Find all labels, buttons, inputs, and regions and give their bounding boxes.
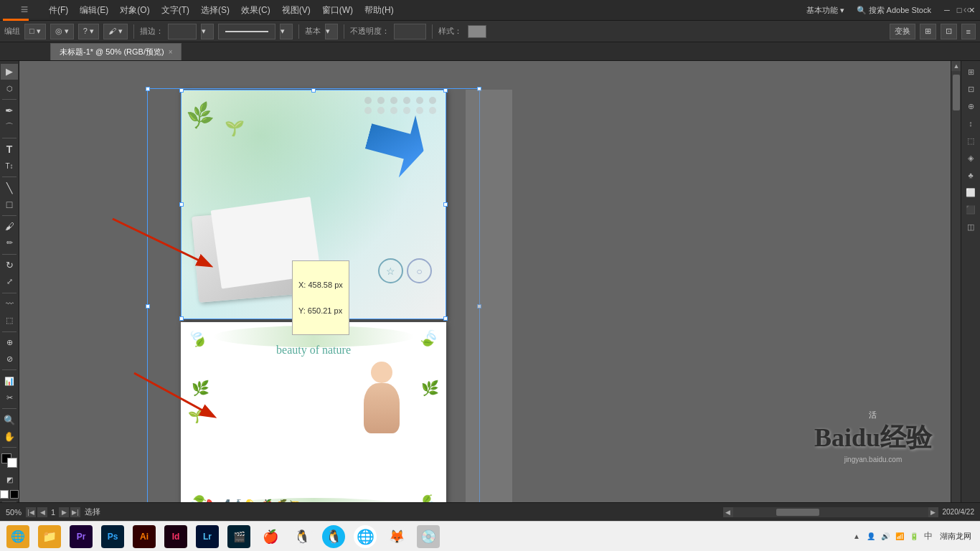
multi-handle-mr[interactable] — [477, 304, 481, 309]
h-scroll-thumb[interactable] — [776, 509, 819, 516]
tool-rotate[interactable]: ↻ — [1, 258, 18, 273]
tool-shape-builder[interactable]: ⊕ — [1, 334, 18, 350]
h-scroll-right[interactable]: ▶ — [928, 507, 938, 517]
tab-left-arrow[interactable]: ‹‹ — [963, 4, 970, 15]
tool-color-fg-bg[interactable] — [1, 453, 17, 468]
stroke-chevron[interactable]: ▾ — [201, 24, 214, 39]
scroll-up-btn[interactable]: ▲ — [951, 61, 961, 71]
menu-object[interactable]: 对象(O) — [114, 0, 155, 21]
h-scroll-track[interactable] — [733, 507, 928, 517]
tool-line[interactable]: ╲ — [1, 180, 18, 196]
rp-icon-4[interactable]: ↕ — [963, 116, 979, 131]
tool-free-transform[interactable]: ⬚ — [1, 313, 18, 329]
tool-direct-selection[interactable]: ⬡ — [1, 81, 18, 97]
taskbar-firefox[interactable]: 🦊 — [382, 523, 412, 550]
tool-touch-type[interactable]: T↕ — [1, 158, 18, 174]
options-btn2[interactable]: ◎ ▾ — [50, 24, 74, 39]
tool-zoom[interactable]: 🔍 — [1, 412, 18, 428]
stroke-line-chevron[interactable]: ▾ — [280, 24, 293, 39]
menu-help[interactable]: 帮助(H) — [359, 0, 400, 21]
paint-brush-btn[interactable]: 🖌 ▾ — [103, 24, 128, 39]
align-icon[interactable]: ⊞ — [920, 24, 936, 39]
tool-color-mode[interactable]: ◩ — [1, 472, 18, 488]
taskbar-media-encoder[interactable]: 🎬 — [224, 523, 254, 550]
search-stock[interactable]: 🔍 搜索 Adobe Stock — [852, 5, 936, 16]
nav-prev[interactable]: ◀ — [37, 507, 47, 517]
tool-chart[interactable]: 📊 — [1, 373, 18, 389]
tool-type[interactable]: T — [1, 141, 18, 157]
sys-lang[interactable]: 中 — [923, 531, 934, 542]
taskbar-lightroom[interactable]: Lr — [192, 523, 222, 550]
taskbar-premiere[interactable]: Pr — [66, 523, 96, 550]
tool-warp[interactable]: 〰 — [1, 296, 18, 312]
tool-slice[interactable]: ✂ — [1, 390, 18, 406]
tool-live-paint[interactable]: ⊘ — [1, 352, 18, 367]
taskbar-illustrator[interactable]: Ai — [129, 523, 159, 550]
taskbar-app-9[interactable]: 🐧 — [287, 523, 317, 550]
options-btn3[interactable]: ? ▾ — [78, 24, 99, 39]
nav-next[interactable]: ▶ — [59, 507, 69, 517]
rp-icon-5[interactable]: ⬚ — [963, 133, 979, 149]
rp-icon-2[interactable]: ⊡ — [963, 81, 979, 97]
tool-curvature[interactable]: ⌒ — [1, 119, 18, 135]
tool-stroke-none[interactable] — [10, 490, 19, 499]
workspace-switcher[interactable]: 基本功能 ▾ — [802, 5, 849, 16]
menu-view[interactable]: 视图(V) — [276, 0, 316, 21]
tool-scale[interactable]: ⤢ — [1, 274, 18, 290]
taskbar-browser[interactable]: 🌐 — [3, 523, 33, 550]
rp-icon-6[interactable]: ◈ — [963, 150, 979, 166]
rp-icon-9[interactable]: ⬛ — [963, 202, 979, 217]
nav-first[interactable]: |◀ — [26, 507, 36, 517]
menu-edit[interactable]: 编辑(E) — [74, 0, 114, 21]
rp-icon-8[interactable]: ⬜ — [963, 184, 979, 200]
multi-handle-ml[interactable] — [146, 304, 150, 309]
shape-tool-btn[interactable]: □ ▾ — [24, 24, 46, 39]
tool-blob-brush[interactable]: ✏ — [1, 235, 18, 251]
taskbar-photoshop[interactable]: Ps — [98, 523, 128, 550]
tool-hand[interactable]: ✋ — [1, 429, 18, 445]
taskbar-qq[interactable]: 🐧 — [319, 523, 349, 550]
vertical-scrollbar[interactable]: ▲ ▼ — [951, 61, 961, 521]
canvas-area[interactable]: ☆ ○ ⌣⌣ 🌿 🌱 — [19, 61, 961, 521]
menu-window[interactable]: 窗口(W) — [316, 0, 359, 21]
scroll-thumb[interactable] — [953, 75, 960, 110]
transform-btn[interactable]: 变换 — [890, 24, 915, 39]
scroll-track[interactable] — [951, 71, 961, 511]
menu-icon[interactable]: ≡ — [961, 24, 976, 39]
basic-chevron[interactable]: ▾ — [325, 24, 338, 39]
tool-fill-none[interactable] — [0, 490, 9, 499]
tool-pen[interactable]: ✒ — [1, 103, 18, 118]
rp-icon-1[interactable]: ⊞ — [963, 64, 979, 80]
sys-battery[interactable]: 🔋 — [908, 531, 920, 542]
multi-handle-tl[interactable] — [146, 87, 150, 91]
taskbar-disc[interactable]: 💿 — [413, 523, 443, 550]
sys-person[interactable]: 👤 — [865, 531, 877, 542]
tool-selection[interactable]: ▶ — [1, 64, 18, 80]
tab-close-btn[interactable]: × — [169, 48, 173, 56]
rp-icon-10[interactable]: ◫ — [963, 219, 979, 235]
menu-select[interactable]: 选择(S) — [195, 0, 235, 21]
stroke-input[interactable] — [168, 24, 197, 39]
rp-icon-7[interactable]: ♣ — [963, 167, 979, 183]
multi-handle-tr[interactable] — [477, 87, 481, 91]
opacity-input[interactable]: 100% — [394, 24, 426, 39]
style-swatch[interactable] — [468, 25, 486, 38]
sys-expand[interactable]: ▲ — [851, 531, 862, 542]
sys-network[interactable]: 📶 — [894, 531, 905, 542]
rp-icon-3[interactable]: ⊕ — [963, 98, 979, 114]
h-scroll-left[interactable]: ◀ — [723, 507, 733, 517]
taskbar-files[interactable]: 📁 — [34, 523, 65, 550]
window-minimize[interactable]: ─ — [941, 4, 953, 16]
nav-last[interactable]: ▶| — [70, 507, 80, 517]
taskbar-chrome[interactable]: 🌐 — [350, 523, 380, 550]
background-color[interactable] — [7, 458, 17, 468]
tool-paintbrush[interactable]: 🖌 — [1, 219, 18, 235]
tool-rect[interactable]: □ — [1, 197, 18, 212]
document-tab[interactable]: 未标题-1* @ 50% (RGB/预览) × — [50, 43, 182, 60]
taskbar-indesign[interactable]: Id — [161, 523, 191, 550]
taskbar-app-fruit[interactable]: 🍎 — [255, 523, 286, 550]
menu-text[interactable]: 文字(T) — [156, 0, 195, 21]
menu-effect[interactable]: 效果(C) — [235, 0, 276, 21]
sys-volume[interactable]: 🔊 — [880, 531, 891, 542]
arrange-icon[interactable]: ⊡ — [941, 24, 957, 39]
